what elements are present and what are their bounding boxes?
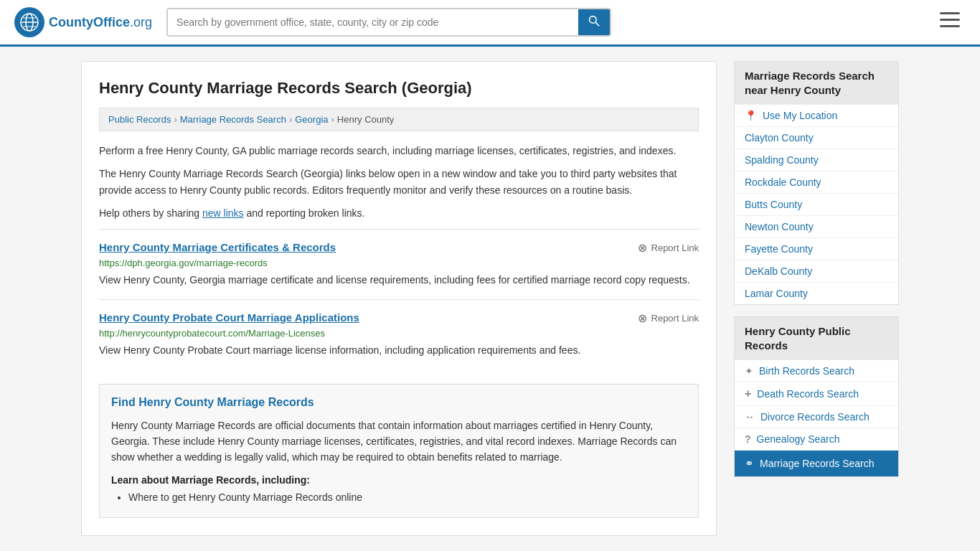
breadcrumb-current: Henry County (337, 114, 394, 125)
sidebar-nearby-title: Marriage Records Search near Henry Count… (735, 62, 898, 104)
record-block-1: Henry County Marriage Certificates & Rec… (99, 229, 699, 299)
marriage-icon: ⚭ (745, 457, 754, 470)
location-pin-icon: 📍 (745, 110, 757, 121)
breadcrumb: Public Records › Marriage Records Search… (99, 108, 699, 131)
find-section-title: Find Henry County Marriage Records (111, 396, 687, 409)
menu-button[interactable] (934, 9, 966, 35)
divorce-icon: ↔ (745, 411, 755, 423)
new-links-link[interactable]: new links (202, 207, 244, 219)
report-link-btn-2[interactable]: ⊗ Report Link (638, 311, 699, 325)
logo[interactable]: CountyOffice.org (14, 7, 152, 37)
svg-line-6 (595, 22, 599, 26)
search-bar (166, 8, 611, 37)
sidebar-public-records-title: Henry County Public Records (735, 317, 898, 359)
svg-rect-8 (940, 19, 960, 21)
search-input[interactable] (168, 11, 578, 34)
learn-title: Learn about Marriage Records, including: (111, 474, 687, 486)
find-section: Find Henry County Marriage Records Henry… (99, 384, 699, 518)
birth-icon: ✦ (745, 365, 753, 377)
sidebar-item-butts[interactable]: Butts County (735, 193, 898, 215)
marriage-records-active-link[interactable]: ⚭ Marriage Records Search (745, 457, 875, 470)
sidebar-item-rockdale[interactable]: Rockdale County (735, 171, 898, 193)
sidebar: Marriage Records Search near Henry Count… (734, 61, 899, 536)
use-my-location-link[interactable]: Use My Location (763, 110, 837, 121)
sidebar-item-dekalb[interactable]: DeKalb County (735, 260, 898, 282)
learn-list: Where to get Henry County Marriage Recor… (111, 491, 687, 503)
page-title: Henry County Marriage Records Search (Ge… (99, 79, 699, 98)
sidebar-use-my-location[interactable]: 📍 Use My Location (735, 104, 898, 126)
report-icon-2: ⊗ (638, 311, 647, 325)
page-wrapper: Henry County Marriage Records Search (Ge… (67, 47, 913, 550)
sidebar-marriage-records-active[interactable]: ⚭ Marriage Records Search (735, 450, 898, 476)
record-title-2[interactable]: Henry County Probate Court Marriage Appl… (99, 311, 359, 324)
report-link-label-1: Report Link (651, 242, 699, 253)
svg-point-5 (590, 17, 597, 24)
svg-rect-7 (940, 12, 960, 14)
intro-text-2: The Henry County Marriage Records Search… (99, 166, 699, 198)
death-icon: + (745, 387, 751, 400)
sidebar-public-records: Henry County Public Records ✦ Birth Reco… (734, 316, 899, 477)
report-icon-1: ⊗ (638, 241, 647, 255)
sidebar-item-newton[interactable]: Newton County (735, 215, 898, 237)
sidebar-item-fayette[interactable]: Fayette County (735, 237, 898, 260)
sidebar-divorce-records[interactable]: ↔ Divorce Records Search (735, 405, 898, 428)
sidebar-genealogy-search[interactable]: ? Genealogy Search (735, 428, 898, 450)
genealogy-icon: ? (745, 433, 751, 445)
sidebar-item-spalding[interactable]: Spalding County (735, 149, 898, 171)
svg-rect-9 (940, 25, 960, 27)
breadcrumb-marriage-records[interactable]: Marriage Records Search (180, 114, 286, 125)
learn-item-1: Where to get Henry County Marriage Recor… (128, 491, 687, 503)
report-link-btn-1[interactable]: ⊗ Report Link (638, 241, 699, 255)
logo-text: CountyOffice.org (49, 15, 152, 30)
breadcrumb-georgia[interactable]: Georgia (295, 114, 328, 125)
report-link-label-2: Report Link (651, 313, 699, 324)
record-desc-2: View Henry County Probate Court marriage… (99, 343, 699, 358)
record-url-2[interactable]: http://henrycountyprobatecourt.com/Marri… (99, 328, 699, 339)
record-header-2: Henry County Probate Court Marriage Appl… (99, 311, 699, 325)
intro-text-3: Help others by sharing new links and rep… (99, 205, 699, 221)
breadcrumb-public-records[interactable]: Public Records (108, 114, 171, 125)
logo-icon (14, 7, 44, 37)
main-content: Henry County Marriage Records Search (Ge… (81, 61, 717, 536)
record-header-1: Henry County Marriage Certificates & Rec… (99, 241, 699, 255)
sidebar-item-clayton[interactable]: Clayton County (735, 126, 898, 149)
sidebar-death-records[interactable]: + Death Records Search (735, 382, 898, 405)
record-title-1[interactable]: Henry County Marriage Certificates & Rec… (99, 241, 336, 253)
sidebar-item-lamar[interactable]: Lamar County (735, 282, 898, 304)
intro-text-1: Perform a free Henry County, GA public m… (99, 143, 699, 159)
search-button[interactable] (578, 9, 610, 35)
record-block-2: Henry County Probate Court Marriage Appl… (99, 299, 699, 369)
record-url-1[interactable]: https://dph.georgia.gov/marriage-records (99, 258, 699, 268)
record-desc-1: View Henry County, Georgia marriage cert… (99, 273, 699, 288)
find-section-text: Henry County Marriage Records are offici… (111, 418, 687, 466)
sidebar-nearby: Marriage Records Search near Henry Count… (734, 61, 899, 305)
sidebar-birth-records[interactable]: ✦ Birth Records Search (735, 359, 898, 382)
header: CountyOffice.org (0, 0, 980, 47)
